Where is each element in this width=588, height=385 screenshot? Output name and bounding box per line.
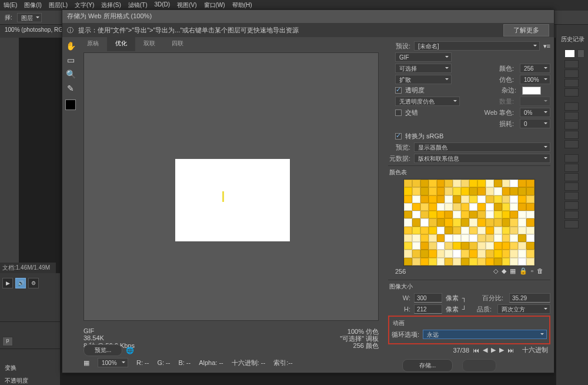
pal-icon[interactable]: 🗑 (537, 267, 543, 275)
panel-row[interactable] (564, 192, 579, 200)
learn-more-button[interactable]: 了解更多 (503, 24, 549, 36)
slice-tool-icon[interactable]: ▭ (64, 54, 77, 67)
px-label: 像素 (446, 294, 459, 303)
colors-select[interactable]: 256 (520, 64, 550, 73)
preview-canvas (175, 159, 290, 241)
history-thumb[interactable] (564, 49, 575, 58)
zoom-select[interactable]: 100% (98, 358, 128, 367)
lossy-label: 损耗: (453, 120, 516, 128)
browser-icon[interactable]: 🌐 (126, 347, 134, 354)
panel-row[interactable] (564, 69, 579, 78)
reduction-select[interactable]: 可选择 (395, 64, 452, 73)
h-label: H: (388, 306, 410, 313)
matte-swatch[interactable] (522, 87, 541, 95)
dither-pct-select[interactable]: 100% (520, 75, 550, 84)
loop-select[interactable]: 永远 (423, 330, 547, 339)
menu-item[interactable]: 图像(I) (24, 1, 41, 9)
menu-item[interactable]: 帮助(H) (232, 1, 252, 9)
pal-icon[interactable]: ◇ (493, 267, 498, 275)
preview-button[interactable]: 预览... (83, 344, 122, 356)
prev-frame-icon[interactable]: ◀ (483, 346, 487, 354)
grid-icon[interactable]: ▦ (83, 359, 89, 367)
transparency-label: 透明度 (405, 86, 425, 95)
panel-row[interactable] (564, 131, 579, 139)
tab-2up[interactable]: 双联 (135, 37, 163, 51)
canvas-area[interactable] (83, 52, 379, 321)
list-item[interactable]: 变换 (0, 361, 60, 374)
srgb-checkbox[interactable] (395, 133, 402, 140)
settings-pane: 预设:[未命名]▾≡ GIF 可选择颜色:256 扩散仿色:100% 透明度杂边… (385, 37, 554, 373)
play-icon[interactable]: ▶ (491, 346, 496, 354)
menu-item[interactable]: 3D(D) (155, 1, 171, 9)
tab-original[interactable]: 原稿 (79, 37, 107, 51)
doc-info: 文档:1.46M/1.49M (0, 263, 56, 273)
audio-button[interactable]: 🔊 (15, 278, 26, 288)
menu-item[interactable]: 图层(L) (49, 1, 68, 9)
percent-input[interactable]: 35.29 (509, 293, 550, 303)
menu-item[interactable]: 选择(S) (101, 1, 121, 9)
height-input[interactable]: 212 (414, 304, 442, 314)
panel-row[interactable] (564, 88, 579, 97)
tab-optimized[interactable]: 优化 (107, 37, 135, 51)
save-button[interactable]: 存储... (402, 359, 453, 372)
first-frame-icon[interactable]: ⏮ (473, 347, 479, 354)
preset-label: 预设: (388, 42, 410, 51)
animation-section: 动画 循环选项:永远 (388, 316, 550, 344)
list-item[interactable]: 不透明度 (0, 374, 60, 385)
pal-icon[interactable]: ▦ (510, 267, 516, 275)
zoom-tool-icon[interactable]: 🔍 (64, 68, 77, 81)
panel-row[interactable] (564, 201, 579, 210)
preview-select[interactable]: 显示器颜色 (414, 142, 550, 152)
panel-row[interactable] (564, 164, 579, 172)
layer-icons (564, 60, 579, 228)
panel-row[interactable] (564, 102, 579, 111)
menu-item[interactable]: 滤镜(T) (128, 1, 148, 9)
menu-item[interactable]: 窗口(W) (204, 1, 225, 9)
panel-row[interactable] (564, 112, 579, 120)
eyedropper-color[interactable] (65, 99, 76, 110)
panel-row[interactable] (564, 60, 579, 68)
dither-select[interactable]: 扩散 (395, 75, 452, 84)
hand-tool-icon[interactable]: ✋ (64, 39, 77, 52)
px-label: 像素 (446, 305, 459, 314)
settings-button[interactable]: ⚙ (28, 278, 39, 288)
lossy-select[interactable]: 0 (520, 119, 550, 128)
menu-item[interactable]: 辑(E) (4, 1, 17, 9)
pal-icon[interactable]: 🔒 (519, 267, 527, 275)
quality-select[interactable]: 两次立方 (497, 304, 550, 314)
cancel-button[interactable] (462, 359, 496, 372)
loop-label: 循环选项: (392, 330, 419, 339)
panel-row[interactable] (564, 154, 579, 162)
interlace-checkbox[interactable] (395, 109, 402, 116)
panel-row[interactable] (564, 79, 579, 87)
web-select[interactable]: 0% (520, 108, 550, 117)
panel-row[interactable] (564, 211, 579, 219)
meta-select[interactable]: 版权和联系信息 (414, 154, 550, 163)
panel-row[interactable] (564, 140, 579, 148)
play-button[interactable]: ▶ (2, 278, 13, 288)
width-input[interactable]: 300 (414, 293, 442, 303)
anim-title: 动画 (392, 319, 547, 327)
panel-row[interactable] (564, 121, 579, 130)
select-combo[interactable]: 图层 (17, 13, 42, 22)
transparency-checkbox[interactable] (395, 87, 402, 94)
pal-icon[interactable]: ▫ (531, 267, 533, 275)
tab-4up[interactable]: 四联 (163, 37, 192, 51)
eyedropper-tool-icon[interactable]: ✎ (64, 82, 77, 95)
menu-item[interactable]: 文字(Y) (75, 1, 94, 9)
panel-row[interactable] (564, 182, 579, 191)
srgb-label: 转换为 sRGB (405, 132, 443, 141)
last-frame-icon[interactable]: ⏭ (507, 347, 514, 354)
panel-row[interactable] (564, 220, 579, 228)
trans-dither-select[interactable]: 无透明度仿色 (395, 97, 460, 106)
preset-select[interactable]: [未命名] (414, 41, 540, 51)
format-select[interactable]: GIF (395, 52, 452, 62)
history-thumb[interactable] (577, 49, 584, 58)
color-table[interactable] (403, 179, 535, 266)
menu-icon[interactable]: ▾≡ (543, 42, 550, 50)
menu-item[interactable]: 视图(V) (177, 1, 196, 9)
pal-icon[interactable]: ◆ (502, 267, 506, 275)
next-frame-icon[interactable]: ▶ (499, 346, 504, 354)
history-panel-label[interactable]: 历史记录 (561, 35, 584, 44)
panel-row[interactable] (564, 173, 579, 181)
